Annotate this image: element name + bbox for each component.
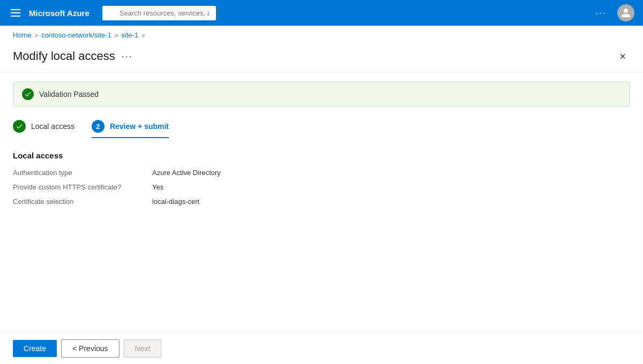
validation-check-icon bbox=[22, 88, 34, 100]
search-input[interactable] bbox=[102, 6, 216, 20]
page-header: Modify local access ··· × bbox=[0, 44, 643, 73]
breadcrumb: Home > contoso-network/site-1 > site-1 > bbox=[0, 26, 643, 44]
topbar: Microsoft Azure 🔍 ··· bbox=[0, 0, 643, 26]
details-table: Authentication type Azure Active Directo… bbox=[13, 169, 630, 206]
topbar-more-button[interactable]: ··· bbox=[591, 5, 611, 21]
field-value-0: Azure Active Directory bbox=[152, 169, 630, 177]
step1-badge bbox=[13, 120, 26, 133]
page-more-button[interactable]: ··· bbox=[122, 51, 133, 62]
field-label-1: Provide custom HTTPS certificate? bbox=[13, 183, 152, 191]
breadcrumb-sep-3: > bbox=[141, 32, 145, 39]
page-header-left: Modify local access ··· bbox=[13, 49, 133, 63]
close-button[interactable]: × bbox=[615, 49, 630, 64]
validation-banner: Validation Passed bbox=[13, 81, 630, 107]
step1-label: Local access bbox=[31, 122, 74, 131]
main-content: Validation Passed Local access 2 Review … bbox=[0, 73, 643, 214]
steps-row: Local access 2 Review + submit bbox=[13, 120, 630, 138]
breadcrumb-sep-2: > bbox=[115, 32, 118, 39]
field-label-2: Certificate selection bbox=[13, 198, 152, 206]
field-label-0: Authentication type bbox=[13, 169, 152, 177]
page-title: Modify local access bbox=[13, 49, 115, 63]
app-title: Microsoft Azure bbox=[29, 9, 89, 18]
search-wrap: 🔍 bbox=[102, 6, 340, 20]
step2-badge: 2 bbox=[92, 120, 104, 133]
step-review-submit[interactable]: 2 Review + submit bbox=[92, 120, 169, 138]
validation-text: Validation Passed bbox=[39, 90, 99, 98]
breadcrumb-home[interactable]: Home bbox=[13, 31, 32, 39]
breadcrumb-sep-1: > bbox=[35, 32, 38, 39]
field-value-1: Yes bbox=[152, 183, 630, 191]
avatar[interactable] bbox=[617, 4, 634, 21]
section-title: Local access bbox=[13, 151, 630, 160]
step2-label: Review + submit bbox=[110, 122, 169, 131]
step-local-access[interactable]: Local access bbox=[13, 120, 74, 138]
breadcrumb-site[interactable]: site-1 bbox=[121, 31, 138, 39]
field-value-2: local-diags-cert bbox=[152, 198, 630, 206]
breadcrumb-contoso[interactable]: contoso-network/site-1 bbox=[41, 31, 111, 39]
hamburger-menu[interactable] bbox=[9, 7, 23, 19]
